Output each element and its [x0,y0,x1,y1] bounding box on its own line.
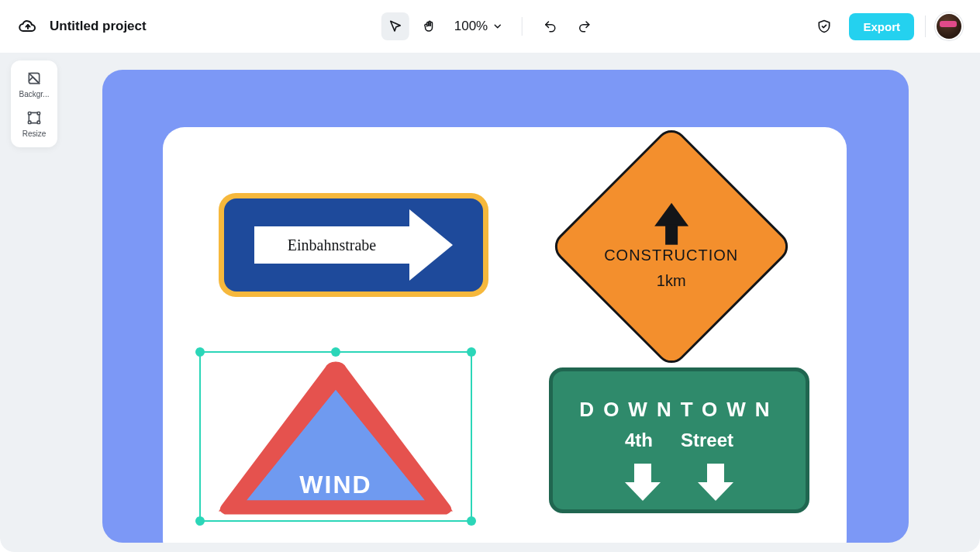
export-button[interactable]: Export [849,13,914,40]
top-bar-right: Export [810,12,961,40]
side-item-label: Backgr... [19,90,50,98]
zoom-level-label: 100% [454,19,488,34]
resize-tool[interactable]: Resize [11,109,57,138]
arrow-down-icon [707,464,724,484]
resize-handle-top-middle[interactable] [331,347,340,357]
svg-rect-3 [29,121,31,123]
resize-handle-top-left[interactable] [195,347,205,357]
sign-downtown-sub1: 4th [625,430,653,451]
artboard[interactable]: Einbahnstrabe CONSTRUCTION 1km [163,127,847,543]
arrow-right-icon: Einbahnstrabe [254,209,453,281]
user-avatar[interactable] [937,14,961,39]
shield-check-icon[interactable] [810,12,838,40]
sign-downtown-sub2: Street [681,430,733,451]
redo-button[interactable] [571,12,599,40]
svg-rect-2 [37,112,40,115]
select-tool-button[interactable] [381,12,409,40]
toolbar-center: 100% [381,12,599,40]
separator [522,17,523,36]
side-item-label: Resize [22,129,47,138]
sign-wind[interactable]: WIND [212,357,459,519]
sign-construction-title: CONSTRUCTION [604,247,738,264]
undo-button[interactable] [537,12,564,40]
background-icon [26,70,43,87]
sign-construction-content: CONSTRUCTION 1km [604,203,738,290]
pan-tool-button[interactable] [416,12,443,40]
sign-oneway-inner: Einbahnstrabe [224,198,483,292]
background-tool[interactable]: Backgr... [11,70,57,98]
workspace: Backgr... Resize Einbahnstrabe [0,53,980,552]
sign-downtown-arrows [634,464,724,484]
cloud-sync-icon[interactable] [19,17,37,36]
project-title[interactable]: Untitled project [50,19,147,34]
resize-handle-top-right[interactable] [467,347,476,357]
svg-rect-1 [29,112,31,115]
sign-downtown[interactable]: DOWNTOWN 4th Street [549,367,809,513]
side-panel: Backgr... Resize [11,60,57,147]
zoom-dropdown[interactable]: 100% [454,19,503,34]
arrow-up-icon [654,203,688,226]
sign-downtown-subtitle: 4th Street [625,430,733,451]
sign-oneway[interactable]: Einbahnstrabe [219,193,488,297]
top-bar: Untitled project 100% [0,0,980,53]
svg-rect-4 [37,121,40,123]
sign-wind-text: WIND [212,471,459,499]
arrow-down-icon [634,464,651,484]
sign-oneway-text: Einbahnstrabe [254,226,409,264]
resize-handle-bottom-left[interactable] [195,516,205,526]
resize-handle-bottom-right[interactable] [467,516,476,526]
sign-construction[interactable]: CONSTRUCTION 1km [549,124,795,370]
separator [925,16,926,37]
sign-downtown-title: DOWNTOWN [579,398,778,422]
design-frame[interactable]: Einbahnstrabe CONSTRUCTION 1km [102,70,909,543]
resize-icon [26,109,43,126]
chevron-down-icon [492,21,503,32]
sign-construction-distance: 1km [657,272,686,290]
